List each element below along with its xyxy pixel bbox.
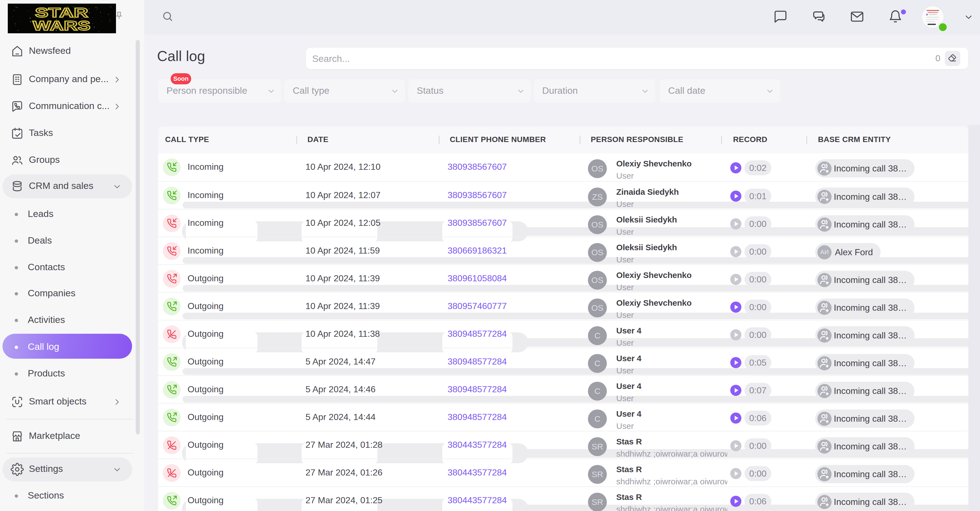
svg-text:WARS: WARS xyxy=(33,18,91,33)
svg-text:STAR: STAR xyxy=(35,5,88,20)
